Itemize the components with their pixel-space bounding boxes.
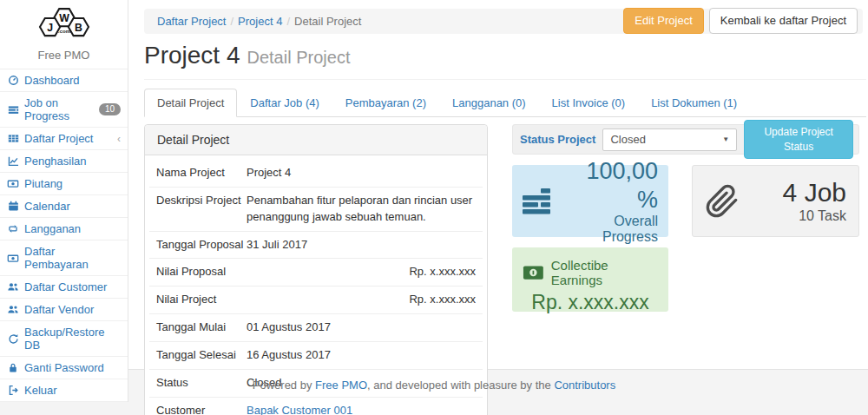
money-icon xyxy=(7,178,19,190)
panel-body: Nama Project Project 4 Deskripsi Project… xyxy=(145,155,487,415)
page-subtitle: Detail Project xyxy=(247,48,351,67)
sidebar-item-daftar-customer[interactable]: Daftar Customer xyxy=(0,276,128,299)
task-count: 10 Task xyxy=(750,208,846,224)
page-title: Project 4 xyxy=(144,42,240,69)
svg-text:W: W xyxy=(59,12,69,24)
tab-detail-project[interactable]: Detail Project xyxy=(144,89,237,117)
sidebar-item-label: Daftar Customer xyxy=(24,280,107,293)
row-value: Project 4 xyxy=(247,165,476,181)
row-label: Nilai Project xyxy=(156,292,247,308)
row-value: 16 Agustus 2017 xyxy=(247,347,476,364)
sidebar-item-piutang[interactable]: Piutang xyxy=(0,173,128,195)
sidebar-item-penghasilan[interactable]: Penghasilan xyxy=(0,150,128,173)
money-icon xyxy=(7,252,19,264)
sidebar-item-ganti-password[interactable]: Ganti Password xyxy=(0,357,128,379)
header-buttons: Edit Project Kembali ke daftar Project xyxy=(623,8,858,34)
update-project-status-button[interactable]: Update Project Status xyxy=(744,120,853,160)
detail-row-tanggal-mulai: Tanggal Mulai 01 Agustus 2017 xyxy=(149,313,483,341)
tab-list-invoice[interactable]: List Invoice (0) xyxy=(539,89,639,117)
sidebar-item-label: Ganti Password xyxy=(24,361,104,374)
detail-row-nilai-project: Nilai Project Rp. x.xxx.xxx xyxy=(149,286,483,313)
panel-title: Detail Project xyxy=(145,125,487,155)
sidebar-item-label: Job on Progress xyxy=(24,96,94,122)
sidebar-item-label: Backup/Restore DB xyxy=(24,326,121,352)
footer: Powered by Free PMO, and developed with … xyxy=(0,379,868,392)
tab-langganan[interactable]: Langganan (0) xyxy=(439,89,539,117)
breadcrumb-project-4[interactable]: Project 4 xyxy=(238,15,282,28)
row-label: Tanggal Proposal xyxy=(156,237,247,254)
money-icon xyxy=(523,265,544,280)
sidebar-item-job-on-progress[interactable]: Job on Progress 10 xyxy=(0,92,128,128)
customer-link[interactable]: Bapak Customer 001 xyxy=(247,404,352,415)
right-column: Status Project Closed ▼ Update Project S… xyxy=(512,124,859,155)
contributors-link[interactable]: Contributors xyxy=(554,379,615,392)
sidebar-item-calendar[interactable]: Calendar xyxy=(0,195,128,218)
dashboard-icon xyxy=(7,75,19,87)
table-icon xyxy=(7,133,19,145)
breadcrumb-current: Detail Project xyxy=(294,15,361,28)
sidebar-item-label: Calendar xyxy=(24,200,70,213)
sidebar-item-backup-restore-db[interactable]: Backup/Restore DB xyxy=(0,321,128,357)
chevron-down-icon: ▼ xyxy=(722,135,729,143)
row-label: Customer xyxy=(156,403,247,415)
row-value: 01 Agustus 2017 xyxy=(247,319,476,336)
page-header: Project 4Detail Project xyxy=(144,42,866,80)
row-value: Bapak Customer 001 xyxy=(247,403,476,415)
main-content: Daftar Project/Project 4/Detail Project … xyxy=(128,0,868,370)
tasks-icon xyxy=(523,188,554,214)
sidebar-item-daftar-pembayaran[interactable]: Daftar Pembayaran xyxy=(0,240,128,276)
retweet-icon xyxy=(7,223,19,235)
sidebar-item-daftar-project[interactable]: Daftar Project ‹ xyxy=(0,128,128,150)
footer-text: Powered by xyxy=(253,379,315,392)
line-chart-icon xyxy=(7,155,19,168)
row-label: Nilai Proposal xyxy=(156,264,247,280)
progress-value: 100,00 % xyxy=(564,157,658,214)
job-count-badge: 10 xyxy=(99,103,121,115)
detail-row-deskripsi-project: Deskripsi Project Penambahan fitur pelap… xyxy=(149,187,483,231)
status-select[interactable]: Closed ▼ xyxy=(602,128,737,151)
svg-text:J: J xyxy=(47,22,53,34)
jobs-card: 4 Job 10 Task xyxy=(692,165,859,237)
sidebar-item-dashboard[interactable]: Dashboard xyxy=(0,69,128,92)
status-project-bar: Status Project Closed ▼ Update Project S… xyxy=(512,124,859,155)
sidebar-menu: Dashboard Job on Progress 10 Daftar Proj… xyxy=(0,69,128,402)
free-pmo-app: W J B .com Free PMO Dashboard Job on Pro… xyxy=(0,0,868,415)
tab-pembayaran[interactable]: Pembayaran (2) xyxy=(332,89,439,117)
calendar-icon xyxy=(7,201,19,213)
lock-icon xyxy=(7,362,19,374)
tab-bar: Detail Project Daftar Job (4) Pembayaran… xyxy=(144,89,866,117)
back-to-project-list-button[interactable]: Kembali ke daftar Project xyxy=(709,8,858,34)
breadcrumb-separator: / xyxy=(282,15,294,28)
edit-project-button[interactable]: Edit Project xyxy=(623,8,703,34)
earnings-value: Rp. x.xxx.xxx xyxy=(523,291,658,314)
sidebar-item-label: Daftar Pembayaran xyxy=(24,245,121,271)
sidebar-item-label: Daftar Project xyxy=(24,132,93,145)
detail-row-tanggal-selesai: Tanggal Selesai 16 Agustus 2017 xyxy=(149,341,483,369)
users-icon xyxy=(7,304,19,316)
breadcrumb-separator: / xyxy=(226,15,238,28)
tasks-icon xyxy=(7,103,19,115)
free-pmo-link[interactable]: Free PMO xyxy=(315,379,367,392)
refresh-icon xyxy=(7,333,19,345)
chevron-left-icon: ‹ xyxy=(117,133,121,145)
job-count: 4 Job xyxy=(750,178,846,208)
row-label: Deskripsi Project xyxy=(156,193,247,226)
brand-name: Free PMO xyxy=(0,45,128,69)
app-logo[interactable]: W J B .com xyxy=(0,0,128,45)
tab-daftar-job[interactable]: Daftar Job (4) xyxy=(237,89,332,117)
detail-project-panel: Detail Project Nama Project Project 4 De… xyxy=(144,124,488,415)
row-label: Nama Project xyxy=(156,165,247,181)
breadcrumb-daftar-project[interactable]: Daftar Project xyxy=(157,15,226,28)
sidebar-item-langganan[interactable]: Langganan xyxy=(0,218,128,240)
footer-text: , and developed with pleasure by the xyxy=(367,379,554,392)
tab-list-dokumen[interactable]: List Dokumen (1) xyxy=(638,89,750,117)
sidebar-item-daftar-vendor[interactable]: Daftar Vendor xyxy=(0,299,128,321)
users-icon xyxy=(7,281,19,293)
row-label: Tanggal Mulai xyxy=(156,319,247,336)
svg-text:B: B xyxy=(74,22,82,34)
detail-row-nama-project: Nama Project Project 4 xyxy=(149,160,483,187)
sidebar-item-label: Penghasilan xyxy=(24,155,87,168)
detail-row-customer: Customer Bapak Customer 001 xyxy=(149,397,483,415)
paperclip-icon xyxy=(705,182,740,221)
sidebar-item-label: Piutang xyxy=(24,177,62,190)
